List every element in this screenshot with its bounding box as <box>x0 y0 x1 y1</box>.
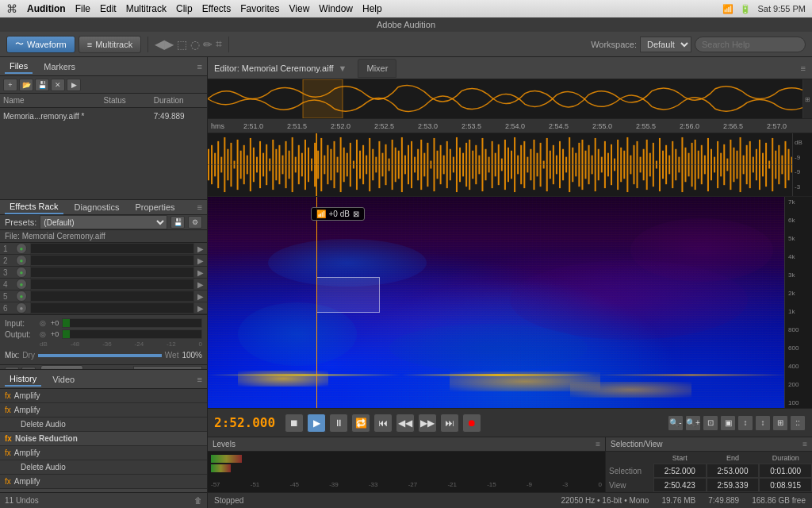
zoom-all-btn[interactable]: ⊞ <box>772 415 788 431</box>
tab-history[interactable]: History <box>5 372 41 387</box>
ruler-mark-5: 2:53.0 <box>418 122 438 130</box>
close-file-btn[interactable]: ✕ <box>51 79 65 91</box>
effects-panel-close[interactable]: ≡ <box>197 202 202 212</box>
loop-btn[interactable]: 🔁 <box>351 414 370 433</box>
zoom-in-btn[interactable]: 🔍+ <box>685 415 701 431</box>
zoom-fit-btn[interactable]: ⊡ <box>703 415 718 431</box>
view-end[interactable]: 2:59.339 <box>707 478 760 492</box>
effect-slot-3[interactable]: 3 ● ▶ <box>0 267 207 279</box>
input-value: +0 <box>51 319 59 327</box>
multitrack-btn[interactable]: ≡ Multitrack <box>79 36 141 53</box>
record-btn[interactable]: ⏺ <box>462 414 481 433</box>
effect-slot-2[interactable]: 2 ● ▶ <box>0 255 207 267</box>
search-input[interactable] <box>695 37 806 52</box>
slot-arrow-4: ▶ <box>197 280 204 289</box>
slot-power-3[interactable]: ● <box>16 267 27 278</box>
ruler-mark-3: 2:52.0 <box>331 122 350 130</box>
view-duration[interactable]: 0:08.915 <box>759 478 812 492</box>
overview-scroll-btn[interactable]: ⊞ <box>802 79 812 119</box>
col-duration: Duration <box>759 452 812 464</box>
save-file-btn[interactable]: 💾 <box>35 79 49 91</box>
autoplay-btn[interactable]: ▶ <box>67 79 81 91</box>
skip-start-btn[interactable]: ⏮ <box>373 414 393 433</box>
pause-btn[interactable]: ⏸ <box>329 414 348 433</box>
menu-edit[interactable]: Edit <box>100 3 117 14</box>
apple-menu[interactable]: ⌘ <box>6 2 17 15</box>
files-panel-close[interactable]: ≡ <box>197 62 202 71</box>
input-knob[interactable]: ◎ <box>40 319 46 327</box>
slot-power-6[interactable]: ● <box>16 302 27 314</box>
output-knob[interactable]: ◎ <box>40 330 46 338</box>
rewind-btn[interactable]: ◀◀ <box>396 414 415 433</box>
zoom-sel-btn[interactable]: ▣ <box>720 415 736 431</box>
tab-video[interactable]: Video <box>48 373 79 386</box>
tab-diagnostics[interactable]: Diagnostics <box>70 201 124 214</box>
effect-slot-5[interactable]: 5 ● ▶ <box>0 291 207 302</box>
play-btn[interactable]: ▶ <box>307 414 326 433</box>
history-header: History Video ≡ <box>0 370 207 389</box>
sel-duration[interactable]: 0:01.000 <box>759 464 812 478</box>
waveform-btn[interactable]: 〜 Waveform <box>6 36 75 53</box>
history-item-2[interactable]: Delete Audio <box>0 418 207 432</box>
history-item-3[interactable]: fx Noise Reduction <box>0 432 207 446</box>
selection-panel-close[interactable]: ≡ <box>802 440 807 448</box>
editor-panel-close[interactable]: ≡ <box>801 64 806 73</box>
slot-power-1[interactable]: ● <box>16 243 27 254</box>
menu-window[interactable]: Window <box>319 3 353 14</box>
mixer-tab[interactable]: Mixer <box>358 59 396 78</box>
effect-slot-4[interactable]: 4 ● ▶ <box>0 279 207 291</box>
history-panel-close[interactable]: ≡ <box>197 375 202 384</box>
view-start[interactable]: 2:50.423 <box>653 478 707 492</box>
effect-slot-6[interactable]: 6 ● ▶ <box>0 302 207 314</box>
menu-help[interactable]: Help <box>362 3 382 14</box>
zoom-in2-btn[interactable]: ↕ <box>737 415 753 431</box>
workspace-select[interactable]: Default <box>640 37 691 52</box>
spectrogram[interactable]: 📶 +0 dB ⊠ 7k 6k 5k 4k 3k 2k 1k 800 600 4… <box>208 197 812 408</box>
zoom-out2-btn[interactable]: ↕ <box>755 415 771 431</box>
zoom-out-btn[interactable]: 🔍- <box>668 415 684 431</box>
open-file-btn[interactable]: 📂 <box>19 79 33 91</box>
tab-files[interactable]: Files <box>5 60 33 74</box>
file-row[interactable]: Memoria...remony.aiff * 7:49.889 <box>0 108 207 124</box>
dropdown-icon[interactable]: ▼ <box>339 64 347 73</box>
history-item-5[interactable]: Delete Audio <box>0 460 207 475</box>
tab-properties[interactable]: Properties <box>130 201 179 214</box>
history-item-6[interactable]: fx Amplify <box>0 475 207 489</box>
mix-slider[interactable] <box>38 354 162 357</box>
selection-grid: Start End Duration Selection 2:52.000 2:… <box>606 452 812 492</box>
tab-markers[interactable]: Markers <box>39 60 80 73</box>
history-item-4[interactable]: fx Amplify <box>0 446 207 460</box>
menu-clip[interactable]: Clip <box>176 3 193 14</box>
effect-slot-1[interactable]: 1 ● ▶ <box>0 243 207 255</box>
slot-power-2[interactable]: ● <box>16 255 27 266</box>
menu-file[interactable]: File <box>75 3 90 14</box>
slot-power-4[interactable]: ● <box>16 279 27 290</box>
sel-start[interactable]: 2:52.000 <box>653 464 707 478</box>
menu-multitrack[interactable]: Multitrack <box>126 3 167 14</box>
pencil-icon: ✏ <box>203 38 213 51</box>
levels-header: Levels ≡ <box>208 437 605 452</box>
tab-effects-rack[interactable]: Effects Rack <box>5 200 63 214</box>
presets-save-btn[interactable]: 💾 <box>170 216 185 229</box>
presets-settings-btn[interactable]: ⚙ <box>188 216 202 229</box>
file-name: Memoria...remony.aiff * <box>3 112 104 121</box>
history-item-0[interactable]: fx Amplify <box>0 389 207 403</box>
menu-favorites[interactable]: Favorites <box>240 3 279 14</box>
history-item-1[interactable]: fx Amplify <box>0 403 207 418</box>
spec-selection[interactable] <box>316 277 380 313</box>
presets-select[interactable]: (Default) <box>40 215 167 229</box>
menu-view[interactable]: View <box>289 3 310 14</box>
levels-panel-close[interactable]: ≡ <box>596 440 600 448</box>
stop-btn[interactable]: ⏹ <box>285 414 304 433</box>
ruler-mark-2: 2:51.5 <box>287 122 307 130</box>
trash-icon[interactable]: 🗑 <box>194 496 202 505</box>
tooltip-expand[interactable]: ⊠ <box>353 210 359 218</box>
slot-power-5[interactable]: ● <box>16 291 27 302</box>
menu-effects[interactable]: Effects <box>202 3 231 14</box>
zoom-more-btn[interactable]: :: <box>790 415 806 431</box>
col-start: Start <box>653 452 707 464</box>
ff-btn[interactable]: ▶▶ <box>418 414 437 433</box>
skip-end-btn[interactable]: ⏭ <box>440 414 459 433</box>
new-file-btn[interactable]: + <box>3 79 17 91</box>
sel-end[interactable]: 2:53.000 <box>707 464 760 478</box>
